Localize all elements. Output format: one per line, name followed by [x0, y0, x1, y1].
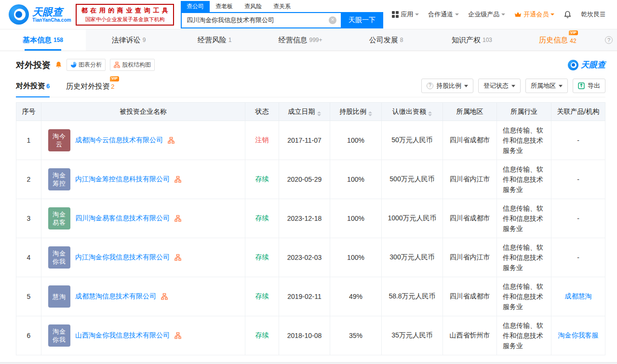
tab-business-info[interactable]: 经营信息 999+ [257, 29, 343, 51]
company-cell: 淘金筹控 内江淘金筹控信息科技有限公司 [41, 160, 245, 199]
subscribed-capital: 300万元人民币 [382, 238, 443, 277]
clear-icon[interactable]: × [329, 16, 336, 24]
col-subscribed-capital[interactable]: 认缴出资额 [382, 103, 443, 121]
region: 四川省内江市 [443, 238, 497, 277]
company-avatar: 慧淘 [48, 285, 70, 308]
tab-company-development[interactable]: 公司发展 8 [343, 29, 429, 51]
subtab-row: 对外投资 6 历史对外投资 VIP 2 ? 持股比例 登记状态 所属地区 [16, 79, 605, 97]
status-text: 存续 [255, 331, 269, 339]
search-input[interactable] [181, 12, 341, 28]
nav-vip-membership[interactable]: 开通会员 [514, 10, 554, 19]
company-avatar: 淘今云 [48, 129, 70, 151]
vip-badge: VIP [569, 30, 578, 36]
status-cell: 存续 [245, 160, 279, 199]
crown-icon [514, 12, 522, 17]
row-index-cell: 2 [16, 160, 41, 199]
header-nav: 应用 合作通道 企业级产品 开通会员 乾坎艮☰ [392, 10, 605, 19]
table-row: 5 慧淘 成都慧淘信息技术有限公司 存续 2019-02-11 49% 58.8… [16, 277, 605, 316]
establish-date: 2023-12-18 [279, 199, 330, 238]
nav-enterprise-products[interactable]: 企业级产品 [468, 10, 505, 19]
tab-operation-risk[interactable]: 经营风险 1 [172, 29, 257, 51]
related-product[interactable]: 成都慧淘 [551, 277, 605, 316]
equity-structure-label: 股权结构图 [122, 61, 151, 69]
equity-structure-icon[interactable] [174, 254, 181, 261]
tab-label: 公司发展 [369, 36, 398, 45]
notification-bell-icon[interactable] [563, 11, 572, 19]
establish-date: 2023-02-03 [279, 238, 330, 277]
filter-region[interactable]: 所属地区 [525, 79, 568, 93]
related-product: - [551, 160, 605, 199]
tab-history-info[interactable]: 历史信息 VIP 42 [515, 29, 601, 51]
tab-count: 158 [54, 37, 63, 43]
nav-apps-label: 应用 [401, 10, 413, 19]
col-holding-ratio[interactable]: 持股比例 [330, 103, 382, 121]
company-name-link[interactable]: 山西淘金你我信息技术有限公司 [75, 331, 170, 340]
section-header: 对外投资 图表分析 股权结构图 天眼查 [16, 59, 605, 71]
alert-bell-icon[interactable] [55, 61, 62, 68]
pie-chart-icon [70, 62, 77, 68]
table-row: 1 淘今云 成都淘今云信息技术有限公司 注销 2017-11-07 100% 5… [16, 121, 605, 160]
tianyancha-eye-icon [9, 4, 29, 25]
sort-icon[interactable] [368, 111, 372, 116]
status-text: 存续 [255, 253, 269, 261]
tab-basic-info[interactable]: 基本信息 158 [0, 29, 86, 51]
status-cell: 存续 [245, 199, 279, 238]
chevron-down-icon [415, 13, 419, 15]
tab-legal-proceedings[interactable]: 法律诉讼 9 [86, 29, 172, 51]
status-cell: 注销 [245, 121, 279, 160]
related-product[interactable]: 淘金你我客服 [551, 316, 605, 355]
chart-analysis-button[interactable]: 图表分析 [67, 59, 106, 71]
search-tab-risk[interactable]: 查风险 [239, 1, 268, 12]
equity-structure-icon[interactable] [168, 137, 174, 144]
status-cell: 存续 [245, 277, 279, 316]
sort-icon[interactable] [428, 111, 432, 116]
company-avatar: 淘金易客 [48, 207, 70, 229]
equity-structure-icon[interactable] [174, 332, 181, 339]
equity-structure-icon[interactable] [174, 215, 181, 222]
row-index-cell: 6 [16, 316, 41, 355]
company-name-link[interactable]: 成都慧淘信息技术有限公司 [75, 292, 156, 301]
search-tab-relation[interactable]: 查关系 [268, 1, 296, 12]
export-button[interactable]: 导出 [573, 79, 605, 93]
col-region: 所属地区 [443, 103, 497, 121]
col-establish-date[interactable]: 成立日期 [279, 103, 330, 121]
sort-icon[interactable] [317, 111, 321, 116]
chevron-down-icon [455, 13, 459, 15]
establish-date: 2018-10-08 [279, 316, 330, 355]
holding-ratio: 100% [330, 199, 382, 238]
subtab-outbound-investment[interactable]: 对外投资 6 [16, 81, 50, 97]
company-name-link[interactable]: 内江淘金你我信息技术有限公司 [75, 253, 170, 262]
industry: 信息传输、软件和信息技术服务业 [497, 199, 551, 238]
nav-cooperation[interactable]: 合作通道 [428, 10, 459, 19]
company-cell: 淘今云 成都淘今云信息技术有限公司 [41, 121, 245, 160]
subtab-history-investment[interactable]: 历史对外投资 VIP 2 [66, 82, 114, 97]
company-avatar: 淘金你我 [48, 324, 70, 347]
holding-ratio: 100% [330, 238, 382, 277]
tab-intellectual-property[interactable]: 知识产权 103 [429, 29, 515, 51]
company-name-link[interactable]: 四川淘金易客信息技术有限公司 [75, 214, 170, 223]
search-tab-company[interactable]: 查公司 [181, 1, 210, 12]
search-button[interactable]: 天眼一下 [341, 12, 383, 28]
company-name-link[interactable]: 内江淘金筹控信息科技有限公司 [75, 175, 170, 184]
tianyancha-logo[interactable]: 天眼查 TianYanCha.com [9, 4, 71, 25]
company-name-link[interactable]: 成都淘今云信息技术有限公司 [75, 136, 163, 145]
nav-apps[interactable]: 应用 [392, 10, 419, 19]
table-header: 序号 被投资企业名称 状态 成立日期 持股比例 认缴出资额 所属地区 所属行业 … [16, 103, 605, 121]
status-text: 存续 [255, 214, 269, 222]
equity-structure-icon[interactable] [161, 293, 168, 300]
equity-structure-button[interactable]: 股权结构图 [110, 59, 155, 71]
status-text: 注销 [255, 136, 269, 144]
tab-label: 历史信息 [539, 36, 568, 45]
subscribed-capital: 50万元人民币 [382, 121, 443, 160]
filter-holding-ratio[interactable]: ? 持股比例 [421, 79, 473, 93]
search-area: 查公司 查老板 查风险 查关系 × 天眼一下 [181, 1, 383, 28]
tab-bar-help[interactable]: ? [601, 29, 617, 51]
user-menu[interactable]: 乾坎艮☰ [581, 10, 605, 19]
section-title: 对外投资 [16, 59, 51, 71]
nav-vip-label: 开通会员 [523, 10, 549, 19]
question-icon: ? [427, 82, 433, 89]
vip-badge: VIP [110, 76, 119, 81]
search-tab-boss[interactable]: 查老板 [210, 1, 239, 12]
equity-structure-icon[interactable] [174, 176, 181, 183]
filter-registration-status[interactable]: 登记状态 [478, 79, 521, 93]
